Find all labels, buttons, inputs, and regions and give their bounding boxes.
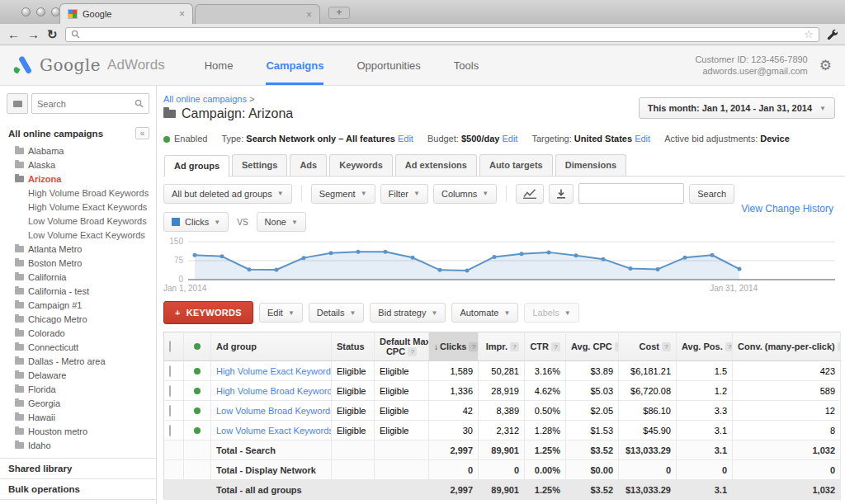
sidebar-item-campaign[interactable]: Hawaii: [0, 410, 156, 424]
row-checkbox[interactable]: [164, 401, 184, 421]
sidebar-item-campaign[interactable]: Dallas - Metro area: [0, 354, 156, 368]
window-close-button[interactable]: [21, 7, 31, 16]
address-bar[interactable]: ☆: [65, 27, 819, 42]
folder-view-button[interactable]: [7, 93, 28, 114]
nav-tools[interactable]: Tools: [454, 45, 479, 85]
window-minimize-button[interactable]: [36, 7, 45, 16]
sidebar-item-campaign[interactable]: Delaware: [0, 368, 156, 382]
tab-ad-groups[interactable]: Ad groups: [164, 155, 229, 177]
sidebar-section-bulk-operations[interactable]: Bulk operations: [0, 478, 156, 499]
view-change-history-link[interactable]: View Change History: [741, 203, 833, 214]
metric2-dropdown[interactable]: None▼: [257, 212, 306, 232]
ad-group-link[interactable]: Low Volume Exact Keywords: [216, 426, 332, 436]
col-ctr[interactable]: CTR?: [525, 332, 566, 361]
help-icon[interactable]: ?: [725, 342, 733, 351]
tab-close-icon[interactable]: ×: [179, 10, 185, 18]
sidebar-item-adgroup[interactable]: Low Volume Exact Keywords: [0, 228, 156, 242]
tab-close-icon[interactable]: ×: [306, 11, 312, 19]
sidebar-search-input[interactable]: [37, 99, 135, 109]
col-clicks-sorted[interactable]: ↓Clicks?: [429, 332, 479, 361]
gear-icon[interactable]: ⚙: [819, 57, 832, 74]
sidebar-item-campaign[interactable]: Connecticutt: [0, 340, 156, 354]
bookmark-star-icon[interactable]: ☆: [804, 28, 814, 40]
details-dropdown[interactable]: Details▼: [309, 303, 365, 323]
browser-tab-blank[interactable]: ×: [195, 4, 320, 24]
help-icon[interactable]: ?: [510, 342, 519, 351]
row-checkbox[interactable]: [164, 421, 184, 440]
browser-menu-wrench-icon[interactable]: [827, 29, 838, 40]
nav-campaigns[interactable]: Campaigns: [266, 45, 323, 85]
tab-dimensions[interactable]: Dimensions: [555, 154, 626, 176]
sidebar-item-campaign[interactable]: Idaho: [0, 438, 156, 452]
edit-budget-link[interactable]: Edit: [502, 134, 517, 144]
col-conv[interactable]: Conv. (many-per-click)?: [733, 332, 841, 361]
date-range-button[interactable]: This month: Jan 1, 2014 - Jan 31, 2014 ▼: [639, 97, 835, 119]
labels-dropdown[interactable]: Labels▼: [524, 303, 578, 323]
sidebar-item-adgroup[interactable]: Low Volume Broad Keywords: [0, 214, 156, 228]
add-keywords-button[interactable]: +KEYWORDS: [163, 301, 253, 324]
metric1-dropdown[interactable]: Clicks▼: [163, 212, 229, 232]
sidebar-item-campaign[interactable]: Boston Metro: [0, 256, 156, 270]
bid-strategy-dropdown[interactable]: Bid strategy▼: [370, 303, 446, 323]
col-cost[interactable]: Cost?: [619, 332, 677, 361]
sidebar-item-campaign[interactable]: Georgia: [0, 396, 156, 410]
sidebar-item-adgroup[interactable]: High Volume Broad Keywords: [0, 186, 156, 200]
forward-icon[interactable]: →: [27, 28, 40, 40]
back-icon[interactable]: ←: [7, 28, 20, 40]
nav-opportunities[interactable]: Opportunities: [356, 45, 420, 85]
sidebar-item-campaign-selected[interactable]: Arizona: [0, 172, 156, 186]
sidebar-collapse-icon[interactable]: «: [135, 127, 149, 139]
chart-toggle-button[interactable]: [516, 184, 544, 204]
edit-dropdown[interactable]: Edit▼: [259, 303, 303, 323]
col-impr[interactable]: Impr.?: [479, 332, 525, 361]
col-ad-group[interactable]: Ad group: [211, 332, 332, 361]
tab-auto-targets[interactable]: Auto targets: [479, 154, 553, 176]
ad-group-link[interactable]: Low Volume Broad Keywords: [216, 406, 332, 416]
tab-keywords[interactable]: Keywords: [329, 154, 393, 176]
sidebar-item-campaign[interactable]: Chicago Metro: [0, 312, 156, 326]
ad-group-link[interactable]: High Volume Exact Keywords: [216, 366, 332, 376]
help-icon[interactable]: ?: [551, 342, 560, 351]
help-icon[interactable]: ?: [838, 342, 841, 351]
browser-tab-google[interactable]: Google ×: [59, 3, 193, 24]
table-search-button[interactable]: Search: [689, 184, 734, 204]
sidebar-item-campaign[interactable]: Houston metro: [0, 424, 156, 438]
row-checkbox[interactable]: [164, 361, 184, 381]
sidebar-section-reports-and-upload[interactable]: Reports and upload: [0, 499, 156, 504]
col-avg-pos[interactable]: Avg. Pos.?: [677, 332, 733, 361]
new-tab-button[interactable]: +: [328, 7, 350, 19]
url-input[interactable]: [85, 30, 800, 40]
col-status[interactable]: Status: [332, 332, 375, 361]
filter-dropdown[interactable]: Filter▼: [380, 184, 428, 204]
sidebar-title[interactable]: All online campaigns: [8, 129, 103, 139]
breadcrumb-link[interactable]: All online campaigns: [163, 94, 247, 104]
scope-dropdown[interactable]: All but deleted ad groups▼: [163, 184, 292, 204]
automate-dropdown[interactable]: Automate▼: [451, 303, 518, 323]
edit-type-link[interactable]: Edit: [398, 134, 413, 144]
edit-targeting-link[interactable]: Edit: [635, 134, 650, 144]
segment-dropdown[interactable]: Segment▼: [311, 184, 375, 204]
select-all-checkbox[interactable]: [164, 332, 184, 361]
help-icon[interactable]: ?: [615, 342, 619, 351]
sidebar-item-campaign[interactable]: Alabama: [0, 144, 156, 158]
help-icon[interactable]: ?: [662, 342, 671, 351]
tab-ads[interactable]: Ads: [290, 154, 327, 176]
sidebar-item-campaign[interactable]: Florida: [0, 382, 156, 396]
col-default-max-cpc[interactable]: Default Max.CPC?: [375, 332, 429, 361]
tab-ad-extensions[interactable]: Ad extensions: [395, 154, 477, 176]
help-icon[interactable]: ?: [408, 347, 417, 356]
reload-icon[interactable]: ↻: [47, 28, 58, 40]
col-avg-cpc[interactable]: Avg. CPC?: [566, 332, 619, 361]
sidebar-item-campaign[interactable]: Colorado: [0, 326, 156, 340]
sidebar-search-box[interactable]: [31, 93, 149, 114]
columns-dropdown[interactable]: Columns▼: [433, 184, 497, 204]
ad-group-link[interactable]: High Volume Broad Keywords: [216, 386, 332, 396]
sidebar-section-shared-library[interactable]: Shared library: [0, 458, 156, 478]
sidebar-item-campaign[interactable]: California - test: [0, 284, 156, 298]
nav-home[interactable]: Home: [205, 45, 234, 85]
sidebar-item-campaign[interactable]: Campaign #1: [0, 298, 156, 312]
table-search-input[interactable]: [578, 183, 684, 204]
sidebar-item-adgroup[interactable]: High Volume Exact Keywords: [0, 200, 156, 214]
tab-settings[interactable]: Settings: [232, 154, 287, 176]
row-checkbox[interactable]: [164, 381, 184, 401]
